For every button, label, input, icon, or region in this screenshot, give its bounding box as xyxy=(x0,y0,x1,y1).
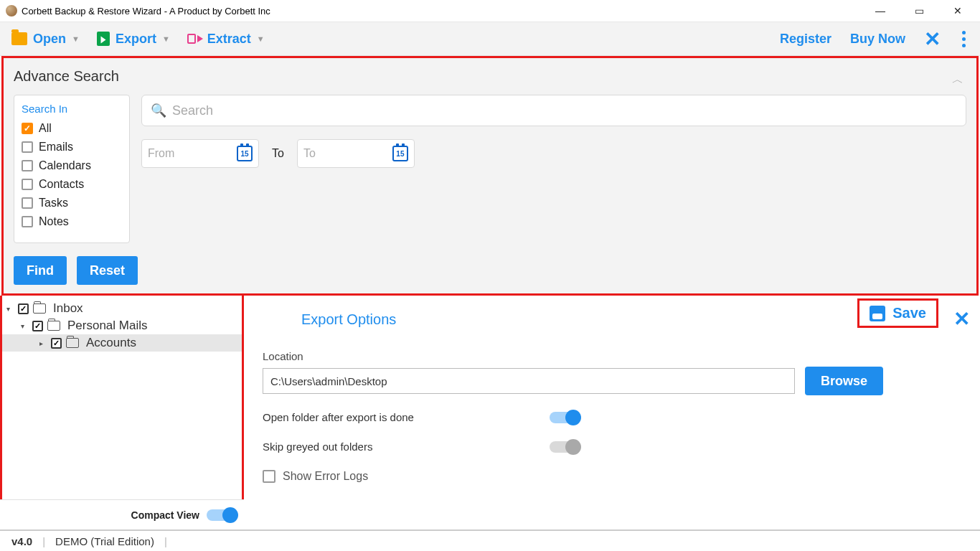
folder-open-icon xyxy=(11,32,27,45)
search-in-option[interactable]: Calendars xyxy=(22,159,122,172)
folder-tree: ▾Inbox▾Personal Mails▸Accounts xyxy=(0,296,244,508)
expander-icon[interactable]: ▸ xyxy=(39,339,47,347)
find-button[interactable]: Find xyxy=(14,256,67,285)
date-from-input[interactable] xyxy=(148,147,212,160)
file-export-icon xyxy=(97,32,110,46)
folder-icon xyxy=(47,321,60,331)
skip-greyed-toggle[interactable] xyxy=(550,441,580,453)
show-error-logs-label: Show Error Logs xyxy=(283,470,368,483)
location-input[interactable] xyxy=(263,368,795,394)
save-button[interactable]: Save xyxy=(857,298,938,328)
export-options-title: Export Options xyxy=(301,311,396,328)
search-in-heading: Search In xyxy=(22,103,122,115)
search-in-option-label: All xyxy=(39,122,52,135)
search-in-option[interactable]: Contacts xyxy=(22,178,122,191)
reset-button[interactable]: Reset xyxy=(77,256,138,285)
checkbox-icon[interactable] xyxy=(51,338,62,349)
date-to-field[interactable]: 15 xyxy=(297,139,415,168)
search-in-panel: Search In AllEmailsCalendarsContactsTask… xyxy=(14,95,130,243)
compact-view-toggle[interactable] xyxy=(207,509,237,521)
search-in-option-label: Emails xyxy=(39,141,73,154)
browse-button[interactable]: Browse xyxy=(805,367,883,395)
title-bar: Corbett Backup & Restore Wizard - A Prod… xyxy=(0,0,980,22)
search-input[interactable] xyxy=(172,103,957,118)
tree-item[interactable]: ▸Accounts xyxy=(2,334,242,352)
checkbox-icon[interactable] xyxy=(18,303,29,314)
extract-label: Extract xyxy=(207,32,251,47)
date-from-field[interactable]: 15 xyxy=(141,139,259,168)
tree-item-label: Inbox xyxy=(53,301,83,316)
save-icon xyxy=(870,306,885,321)
tree-item-label: Accounts xyxy=(86,336,136,350)
tree-item[interactable]: ▾Personal Mails xyxy=(2,317,242,334)
search-icon: 🔍 xyxy=(151,103,166,118)
search-in-option-label: Calendars xyxy=(39,159,91,172)
window-title: Corbett Backup & Restore Wizard - A Prod… xyxy=(22,6,270,17)
search-in-option-label: Tasks xyxy=(39,197,68,209)
close-export-icon[interactable]: ✕ xyxy=(953,307,970,331)
extract-icon xyxy=(187,32,202,45)
search-box[interactable]: 🔍 xyxy=(141,95,966,126)
window-close[interactable]: ✕ xyxy=(941,0,974,22)
search-in-option-label: Notes xyxy=(39,215,69,228)
search-in-option[interactable]: All xyxy=(22,122,122,135)
search-in-option[interactable]: Emails xyxy=(22,141,122,154)
advance-search-panel: Advance Search ︿ Search In AllEmailsCale… xyxy=(1,56,979,296)
kebab-menu-icon[interactable] xyxy=(959,28,969,50)
version-label: v4.0 xyxy=(11,535,32,547)
folder-icon xyxy=(33,303,46,314)
export-options-panel: Export Options Save ✕ Location Browse Op… xyxy=(244,296,980,508)
open-folder-label: Open folder after export is done xyxy=(263,411,521,423)
search-in-option[interactable]: Tasks xyxy=(22,197,122,209)
checkbox-icon[interactable] xyxy=(32,321,43,331)
app-icon xyxy=(6,5,17,17)
search-in-option-label: Contacts xyxy=(39,178,84,191)
checkbox-icon[interactable] xyxy=(22,216,33,227)
open-menu[interactable]: Open ▼ xyxy=(11,32,80,47)
checkbox-icon[interactable] xyxy=(22,197,33,209)
status-bar: v4.0 | DEMO (Trial Edition) | xyxy=(0,529,980,551)
checkbox-icon[interactable] xyxy=(22,123,33,134)
open-folder-toggle[interactable] xyxy=(550,412,580,423)
close-panel-icon[interactable]: ✕ xyxy=(924,27,941,51)
compact-view-bar: Compact View xyxy=(0,499,244,529)
collapse-icon[interactable]: ︿ xyxy=(952,72,963,88)
calendar-icon[interactable]: 15 xyxy=(237,146,253,161)
compact-view-label: Compact View xyxy=(131,509,199,521)
show-error-logs-checkbox[interactable] xyxy=(263,470,275,483)
open-label: Open xyxy=(33,32,66,47)
extract-menu[interactable]: Extract ▼ xyxy=(187,32,265,47)
folder-icon xyxy=(66,338,79,348)
search-in-option[interactable]: Notes xyxy=(22,215,122,228)
date-to-input[interactable] xyxy=(303,147,368,160)
window-minimize[interactable]: — xyxy=(864,0,897,22)
advance-search-title: Advance Search xyxy=(14,68,966,85)
chevron-down-icon: ▼ xyxy=(162,34,170,43)
chevron-down-icon: ▼ xyxy=(72,34,80,43)
location-label: Location xyxy=(263,350,971,362)
save-label: Save xyxy=(892,305,926,321)
checkbox-icon[interactable] xyxy=(22,160,33,171)
skip-greyed-label: Skip greyed out folders xyxy=(263,441,521,453)
checkbox-icon[interactable] xyxy=(22,141,33,153)
export-label: Export xyxy=(116,32,156,47)
chevron-down-icon: ▼ xyxy=(257,34,265,43)
to-label: To xyxy=(272,147,284,160)
edition-label: DEMO (Trial Edition) xyxy=(55,535,154,547)
buy-now-link[interactable]: Buy Now xyxy=(850,32,905,47)
register-link[interactable]: Register xyxy=(780,32,831,47)
calendar-icon[interactable]: 15 xyxy=(392,146,408,161)
expander-icon[interactable]: ▾ xyxy=(21,322,28,330)
window-maximize[interactable]: ▭ xyxy=(903,0,936,22)
export-menu[interactable]: Export ▼ xyxy=(97,32,170,47)
expander-icon[interactable]: ▾ xyxy=(6,305,14,313)
tree-item-label: Personal Mails xyxy=(67,319,148,333)
main-toolbar: Open ▼ Export ▼ Extract ▼ Register Buy N… xyxy=(0,22,980,56)
checkbox-icon[interactable] xyxy=(22,179,33,190)
tree-item[interactable]: ▾Inbox xyxy=(2,300,242,317)
